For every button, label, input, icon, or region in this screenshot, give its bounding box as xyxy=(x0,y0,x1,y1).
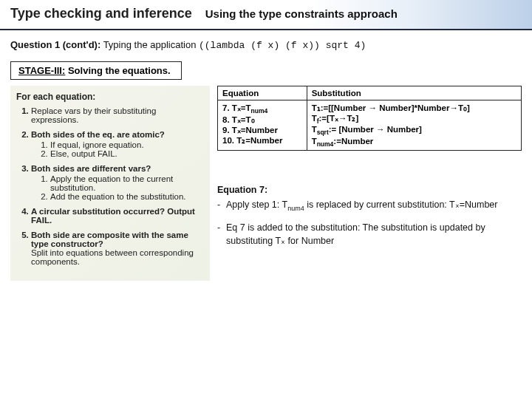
sub4a: T xyxy=(312,137,317,146)
sub2a: T xyxy=(312,114,317,123)
th-equation: Equation xyxy=(218,86,307,100)
eq7-sub: num4 xyxy=(251,107,268,115)
question-prefix: Typing the application xyxy=(100,39,199,50)
explain-line-1: - Apply step 1: Tnum4 is replaced by cur… xyxy=(217,198,522,214)
title-sub: Using the type constraints approach xyxy=(205,7,398,20)
algo-step-2: Both sides of the eq. are atomic? If equ… xyxy=(31,130,204,158)
algo-step-2b: Else, output FAIL. xyxy=(50,149,204,158)
table-header-row: Equation Substitution xyxy=(218,86,522,100)
sub3s: sqrt xyxy=(317,129,329,137)
l1b: is replaced by current substitution: Tₓ=… xyxy=(304,200,498,210)
eq7: 7. Tₓ=T xyxy=(222,103,251,112)
algorithm-panel: For each equation: Replace vars by their… xyxy=(10,86,210,281)
algo-step-1: Replace vars by their substituting expre… xyxy=(31,106,204,124)
cell-equations: 7. Tₓ=Tnum4 8. Tₓ=T₀ 9. Tₓ=Number 10. T₂… xyxy=(218,100,307,151)
algo-step-5-note: Split into equations between correspondi… xyxy=(31,248,194,266)
algo-step-2a: If equal, ignore equation. xyxy=(50,140,204,149)
sub4b: :=Number xyxy=(333,137,373,146)
algo-step-3a: Apply the equation to the current substi… xyxy=(50,174,204,192)
eq10: 10. T₂=Number xyxy=(222,136,282,145)
algo-step-5-text: Both side are composite with the same ty… xyxy=(31,231,188,248)
question-code: ((lambda (f x) (f x)) sqrt 4) xyxy=(199,40,366,51)
algo-step-1-text: Replace vars by their substituting expre… xyxy=(31,106,156,124)
algo-step-3-text: Both sides are different vars? xyxy=(31,164,151,173)
explain-line-2: - Eq 7 is added to the substitution: The… xyxy=(217,221,522,248)
explain-heading: Equation 7: xyxy=(217,183,522,197)
question-line: Question 1 (cont'd): Typing the applicat… xyxy=(0,30,532,58)
title-main: Type checking and inference xyxy=(10,6,192,21)
l1a: Apply step 1: T xyxy=(226,200,287,210)
explanation: Equation 7: - Apply step 1: Tnum4 is rep… xyxy=(217,183,522,248)
dash-icon: - xyxy=(217,198,226,214)
table-row: 7. Tₓ=Tnum4 8. Tₓ=T₀ 9. Tₓ=Number 10. T₂… xyxy=(218,100,522,151)
title-bar: Type checking and inference Using the ty… xyxy=(0,0,532,30)
body-row: For each equation: Replace vars by their… xyxy=(0,80,532,281)
stage-label-u: STAGE-III: xyxy=(18,65,65,76)
eq8: 8. Tₓ=T₀ xyxy=(222,115,255,124)
cell-substitutions: T₁:=[[Number → Number]*Number→T₀] Tf:=[T… xyxy=(307,100,521,151)
algo-step-3b: Add the equation to the substitution. xyxy=(50,192,204,201)
algo-heading: For each equation: xyxy=(16,92,204,102)
question-label: Question 1 (cont'd): xyxy=(10,39,100,50)
sub2b: :=[Tₓ→T₂] xyxy=(319,114,359,123)
stage-label-rest: Solving the equations. xyxy=(65,65,170,76)
th-substitution: Substitution xyxy=(307,86,521,100)
algo-step-2-text: Both sides of the eq. are atomic? xyxy=(31,130,165,139)
l1s: num4 xyxy=(287,205,304,212)
explain-line-1-text: Apply step 1: Tnum4 is replaced by curre… xyxy=(226,198,497,214)
dash-icon: - xyxy=(217,221,226,248)
sub3b: := [Number → Number] xyxy=(329,125,422,134)
algo-step-4: A circular substitution occurred? Output… xyxy=(31,207,204,225)
explain-line-2-text: Eq 7 is added to the substitution: The s… xyxy=(226,221,522,248)
algo-step-4-text: A circular substitution occurred? Output… xyxy=(31,207,195,225)
equation-table: Equation Substitution 7. Tₓ=Tnum4 8. Tₓ=… xyxy=(217,86,522,151)
eq9: 9. Tₓ=Number xyxy=(222,126,278,134)
right-column: Equation Substitution 7. Tₓ=Tnum4 8. Tₓ=… xyxy=(217,86,522,281)
stage-box: STAGE-III: Solving the equations. xyxy=(10,61,182,80)
sub4s: num4 xyxy=(317,140,334,148)
sub3a: T xyxy=(312,125,317,134)
algo-step-5: Both side are composite with the same ty… xyxy=(31,231,204,266)
sub1: T₁:=[[Number → Number]*Number→T₀] xyxy=(312,103,470,112)
algo-step-3: Both sides are different vars? Apply the… xyxy=(31,164,204,201)
